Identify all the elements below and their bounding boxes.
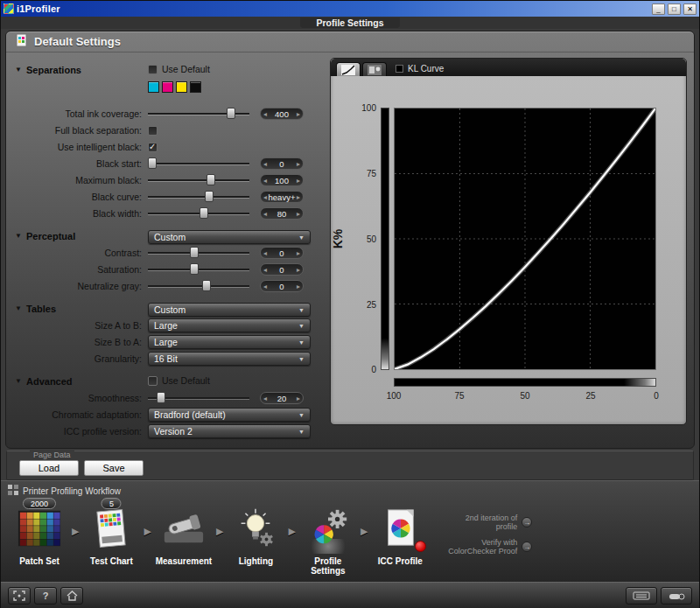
setting-label: Size B to A: [11, 337, 148, 347]
size-b-to-a-dropdown[interactable]: Large ▼ [148, 335, 311, 349]
maximum-black-slider[interactable] [148, 174, 249, 186]
image-view-tab[interactable] [362, 62, 387, 76]
saturation-slider[interactable] [148, 263, 249, 276]
cyan-swatch[interactable] [148, 81, 159, 93]
increase-arrow-icon[interactable]: ▸ [297, 266, 300, 274]
workflow-step-test-chart[interactable]: 5 Test Chart [80, 498, 143, 566]
advanced-use-default-checkbox[interactable] [148, 376, 158, 386]
size-a-to-b-dropdown[interactable]: Large ▼ [148, 318, 311, 332]
increase-arrow-icon[interactable]: ▸ [297, 283, 300, 290]
total-ink-coverage-stepper[interactable]: ◂ 400 ▸ [260, 108, 304, 120]
setting-label: Chromatic adaptation: [11, 409, 148, 420]
patch-set-icon [17, 539, 62, 554]
minimize-button[interactable]: _ [652, 3, 665, 15]
verify-arrow-button[interactable]: → [522, 542, 532, 552]
neutralize-gray-slider[interactable] [148, 280, 249, 292]
increase-arrow-icon[interactable]: ▸ [297, 193, 300, 201]
contrast-stepper[interactable]: ◂ 0 ▸ [260, 247, 304, 259]
slider-handle[interactable] [190, 263, 199, 275]
increase-arrow-icon[interactable]: ▸ [297, 160, 300, 168]
magenta-swatch[interactable] [162, 81, 173, 93]
contrast-slider[interactable] [148, 247, 249, 259]
smoothness-slider[interactable] [148, 392, 249, 404]
workflow-step-measurement[interactable]: Measurement [152, 498, 215, 566]
yellow-swatch[interactable] [176, 81, 187, 93]
y-tick-label: 100 [352, 103, 376, 113]
setting-row: Smoothness: ◂ 20 ▸ [11, 390, 328, 406]
curve-view-tab[interactable] [336, 62, 360, 76]
maximum-black-stepper[interactable]: ◂ 100 ▸ [260, 174, 304, 186]
full-black-separation-checkbox[interactable] [148, 126, 158, 136]
close-button[interactable]: ✕ [683, 3, 696, 15]
slider-handle[interactable] [206, 174, 215, 185]
annotation-text: Verify with ColorChecker Proof [442, 538, 517, 556]
icc-profile-version-dropdown[interactable]: Version 2 ▼ [148, 424, 311, 438]
slider-handle[interactable] [202, 280, 211, 291]
smoothness-stepper[interactable]: ◂ 20 ▸ [260, 392, 304, 404]
iteration-arrow-button[interactable]: → [522, 517, 532, 528]
home-icon [66, 591, 78, 601]
collapse-arrow-icon[interactable]: ▼ [15, 232, 22, 240]
step-arrow-icon: ▶ [72, 526, 79, 537]
home-button[interactable] [60, 587, 83, 605]
panel-header: Default Settings [6, 31, 694, 52]
slider-handle[interactable] [190, 247, 199, 258]
slider-handle[interactable] [148, 157, 157, 169]
maximize-button[interactable]: □ [668, 3, 681, 15]
black-curve-stepper[interactable]: ◂ heavy+ ▸ [260, 191, 304, 203]
save-button[interactable]: Save [84, 460, 144, 476]
setting-label: Smoothness: [11, 393, 148, 403]
collapse-arrow-icon[interactable]: ▼ [15, 304, 22, 312]
collapse-arrow-icon[interactable]: ▼ [15, 377, 22, 385]
setting-row: Black width: ◂ 80 ▸ [11, 206, 328, 221]
increase-arrow-icon[interactable]: ▸ [297, 210, 300, 218]
slider-handle[interactable] [157, 392, 165, 403]
app-window: i1Profiler _ □ ✕ Profile Settings Defau [0, 0, 700, 608]
dropdown-value: Large [154, 337, 178, 347]
measurement-device-button[interactable] [626, 587, 657, 605]
target-frame-button[interactable] [8, 587, 31, 605]
black-curve-slider[interactable] [148, 191, 249, 203]
chevron-down-icon: ▼ [298, 234, 304, 241]
x-tick-label: 25 [585, 391, 595, 401]
neutralize-gray-stepper[interactable]: ◂ 0 ▸ [260, 280, 304, 292]
slider-handle[interactable] [205, 191, 214, 202]
separations-use-default-checkbox[interactable] [148, 65, 158, 74]
black-width-slider[interactable] [148, 207, 249, 220]
increase-arrow-icon[interactable]: ▸ [297, 249, 300, 257]
tables-preset-dropdown[interactable]: Custom ▼ [148, 303, 311, 317]
workflow-step-lighting[interactable]: Lighting [224, 498, 287, 566]
black-swatch[interactable] [190, 81, 201, 93]
workflow-step-icc-profile[interactable]: ICC Profile [368, 498, 431, 566]
saturation-stepper[interactable]: ◂ 0 ▸ [260, 263, 304, 276]
dropdown-value: Large [154, 320, 178, 331]
load-button[interactable]: Load [19, 460, 79, 476]
kl-curve-glow [395, 108, 655, 369]
increase-arrow-icon[interactable]: ▸ [297, 395, 300, 402]
chromatic-adaptation-dropdown[interactable]: Bradford (default) ▼ [148, 408, 311, 422]
lighting-icon [233, 539, 278, 554]
workflow-step-profile-settings[interactable]: Profile Settings [297, 498, 360, 576]
black-start-slider[interactable] [148, 157, 249, 170]
black-width-stepper[interactable]: ◂ 80 ▸ [260, 207, 304, 220]
image-icon [368, 65, 382, 75]
collapse-arrow-icon[interactable]: ▼ [15, 66, 22, 73]
use-intelligent-black-checkbox[interactable] [148, 143, 158, 152]
perceptual-preset-dropdown[interactable]: Custom ▼ [148, 230, 311, 244]
total-ink-coverage-slider[interactable] [148, 108, 249, 120]
increase-arrow-icon[interactable]: ▸ [297, 110, 300, 118]
black-start-stepper[interactable]: ◂ 0 ▸ [260, 157, 304, 170]
workflow-step-patch-set[interactable]: 2000 Patch Set [8, 498, 71, 566]
setting-label: Maximum black: [11, 175, 148, 185]
increase-arrow-icon[interactable]: ▸ [297, 177, 300, 185]
granularity-dropdown[interactable]: 16 Bit ▼ [148, 352, 311, 366]
plot-area: K% 100 75 50 25 0 [394, 108, 656, 370]
slider-handle[interactable] [200, 207, 208, 219]
page-header-title: Profile Settings [300, 17, 399, 28]
setting-row: Neutralize gray: ◂ 0 ▸ [11, 278, 328, 294]
slider-handle[interactable] [227, 108, 235, 119]
patch-count-badge: 2000 [23, 498, 56, 509]
spectrophotometer-button[interactable] [661, 587, 692, 605]
section-advanced: ▼ Advanced Use Default Smoothness: [11, 374, 328, 439]
help-button[interactable]: ? [34, 587, 57, 605]
